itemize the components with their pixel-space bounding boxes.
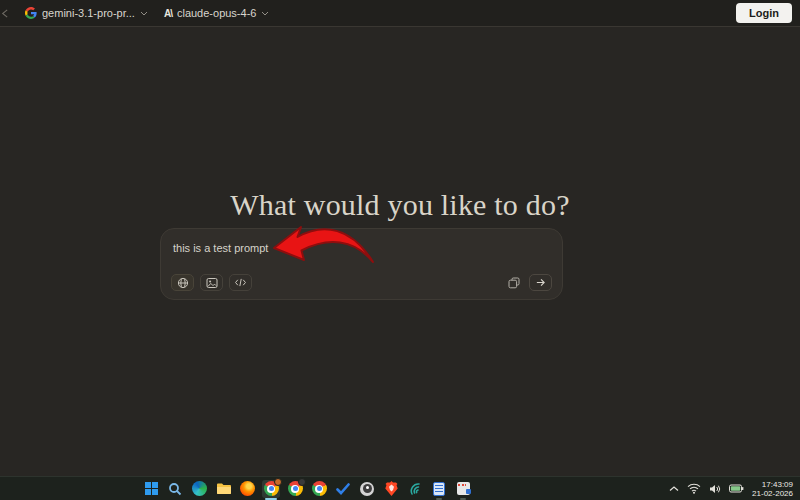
google-logo-icon [25, 7, 37, 19]
edge-browser-icon[interactable] [190, 480, 208, 498]
wifi-icon[interactable] [687, 483, 701, 494]
prompt-input[interactable]: this is a test prompt [160, 228, 563, 300]
clock-time: 17:43:09 [752, 480, 793, 489]
taskbar-icons [142, 480, 472, 498]
model-selector-label: gemini-3.1-pro-pr... [42, 7, 135, 19]
page-title: What would you like to do? [0, 188, 800, 222]
brave-browser-icon[interactable] [382, 480, 400, 498]
snipping-tool-icon[interactable] [454, 480, 472, 498]
prompt-toolbar [171, 274, 252, 291]
firefox-icon[interactable] [238, 480, 256, 498]
start-button-icon[interactable] [142, 480, 160, 498]
chevron-down-icon [261, 11, 269, 16]
code-icon [234, 278, 247, 287]
code-mode-button[interactable] [229, 274, 252, 291]
spiral-app-icon[interactable] [406, 480, 424, 498]
checkmark-app-icon[interactable] [334, 480, 352, 498]
notepad-app-icon[interactable] [430, 480, 448, 498]
model-selector-label: claude-opus-4-6 [177, 7, 257, 19]
tray-chevron-up-icon[interactable] [669, 486, 679, 492]
profile-badge [274, 478, 282, 486]
submit-button[interactable] [529, 274, 552, 291]
file-explorer-icon[interactable] [214, 480, 232, 498]
prompt-input-value: this is a test prompt [173, 242, 550, 254]
chrome-profile-1-icon[interactable] [262, 480, 280, 498]
prompt-actions [508, 274, 552, 291]
app-topbar: gemini-3.1-pro-pr... A\ claude-opus-4-6 … [0, 0, 800, 27]
volume-icon[interactable] [709, 484, 721, 494]
camera-app-icon[interactable] [358, 480, 376, 498]
attach-image-button[interactable] [200, 274, 223, 291]
image-icon [206, 277, 218, 289]
sidebar-collapse-icon[interactable] [0, 9, 9, 18]
windows-taskbar: 17:43:09 21-02-2026 [0, 476, 800, 500]
windows-logo-icon [145, 482, 158, 495]
profile-badge [298, 478, 306, 486]
model-selector-gemini[interactable]: gemini-3.1-pro-pr... [25, 7, 148, 19]
anthropic-logo-icon: A\ [164, 8, 172, 19]
system-tray: 17:43:09 21-02-2026 [669, 480, 800, 498]
chrome-profile-2-icon[interactable] [286, 480, 304, 498]
chevron-down-icon [140, 11, 148, 16]
submit-arrow-icon [535, 277, 546, 288]
search-icon[interactable] [166, 480, 184, 498]
battery-icon[interactable] [729, 484, 744, 493]
chrome-profile-3-icon[interactable] [310, 480, 328, 498]
picture-in-picture-icon [508, 277, 520, 289]
taskbar-clock[interactable]: 17:43:09 21-02-2026 [752, 480, 793, 498]
picture-in-picture-button[interactable] [508, 277, 520, 289]
login-button[interactable]: Login [736, 3, 792, 23]
model-selector-claude[interactable]: A\ claude-opus-4-6 [164, 7, 270, 19]
globe-icon [177, 277, 189, 289]
clock-date: 21-02-2026 [752, 489, 793, 498]
web-search-button[interactable] [171, 274, 194, 291]
